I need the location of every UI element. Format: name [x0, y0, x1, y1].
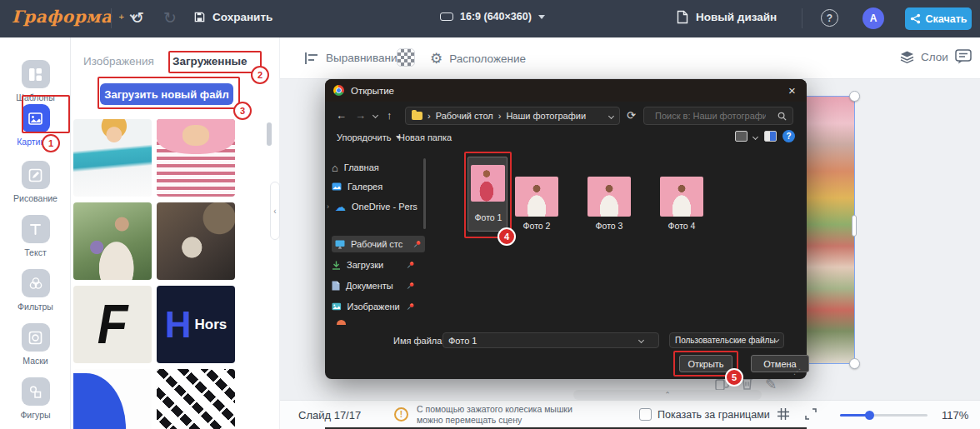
- resize-handle-right[interactable]: [852, 215, 857, 237]
- cloud-icon: ☁: [335, 201, 346, 213]
- thumbnail-boy-pink[interactable]: [157, 119, 235, 197]
- filetype-select[interactable]: Пользовательские файлы: [669, 332, 784, 348]
- annotation-step-3: 3: [233, 102, 252, 120]
- text-icon: [22, 215, 50, 243]
- new-design-label: Новый дизайн: [696, 11, 777, 23]
- annotation-box-step4: [464, 152, 512, 238]
- search-box[interactable]: [643, 107, 793, 125]
- alignment-button[interactable]: Выравнивание: [305, 52, 403, 64]
- sidebar-item-masks[interactable]: Маски: [0, 323, 71, 366]
- filename-input[interactable]: [443, 336, 639, 346]
- drawing-icon: [22, 161, 50, 189]
- nav-history-chevron[interactable]: [372, 112, 378, 118]
- hors-logo-text: Hors: [195, 317, 228, 333]
- thumbnail-woman-flowers[interactable]: [73, 202, 152, 280]
- address-dropdown-chevron[interactable]: [608, 112, 614, 118]
- desktop-icon: [335, 240, 345, 249]
- view-mode-chevron[interactable]: [752, 134, 758, 140]
- organize-label: Упорядочить: [337, 132, 391, 142]
- masks-icon: [22, 323, 50, 352]
- dialog-close-icon[interactable]: ×: [788, 83, 796, 97]
- file-item[interactable]: Фото 3: [588, 177, 631, 235]
- filename-field[interactable]: [442, 332, 659, 348]
- filename-dropdown-chevron[interactable]: [638, 337, 644, 343]
- tree-item-pictures[interactable]: Изображени 📍: [332, 298, 422, 315]
- expand-chevron-icon[interactable]: ›: [327, 202, 329, 211]
- thumbnail-hors-logo[interactable]: HHors: [157, 286, 235, 363]
- shapes-icon: [22, 377, 50, 406]
- organize-menu[interactable]: Упорядочить: [337, 132, 401, 142]
- layers-button[interactable]: Слои: [900, 51, 948, 63]
- thumbnail-blue-shape[interactable]: [73, 369, 152, 429]
- fullscreen-icon[interactable]: [805, 408, 817, 420]
- file-item[interactable]: Фото 4: [660, 177, 703, 235]
- file-name: Фото 4: [660, 221, 703, 231]
- avatar[interactable]: A: [862, 7, 884, 29]
- sidebar-item-filters[interactable]: Фильтры: [0, 269, 71, 312]
- thumbnail-family-album[interactable]: [157, 202, 235, 280]
- grid-icon[interactable]: [778, 408, 789, 420]
- arrangement-label: Расположение: [449, 52, 526, 65]
- resize-handle-bottom-right[interactable]: [849, 358, 860, 369]
- logo[interactable]: Граформа+: [12, 7, 137, 27]
- zoom-slider-thumb[interactable]: [865, 411, 874, 420]
- status-bar: Слайд 17/17 ! С помощью зажатого колесик…: [280, 400, 980, 429]
- tree-label: Галерея: [348, 182, 382, 192]
- thumbnail-woman-doctor[interactable]: [73, 119, 152, 197]
- file-item[interactable]: Фото 2: [515, 177, 558, 235]
- sidebar-item-text[interactable]: Текст: [0, 215, 71, 257]
- address-bar[interactable]: › Рабочий стол › Наши фотографии: [405, 107, 620, 125]
- resize-grip[interactable]: ⋰: [793, 367, 802, 376]
- sidebar-item-label: Рисование: [0, 193, 71, 203]
- filetype-value: Пользовательские файлы: [675, 336, 776, 345]
- preview-pane-icon[interactable]: [764, 131, 777, 142]
- thumbnail-keys-pattern[interactable]: [157, 369, 235, 429]
- show-outside-checkbox[interactable]: [639, 408, 652, 421]
- nav-up-icon[interactable]: ↑: [387, 109, 392, 122]
- arrangement-button[interactable]: ⚙ Расположение: [430, 50, 526, 67]
- tree-item-desktop[interactable]: Рабочий стс 📍: [332, 236, 425, 252]
- canvas-size-selector[interactable]: 16:9 (640×360): [440, 11, 545, 22]
- tree-item-home[interactable]: ⌂ Главная: [332, 159, 422, 176]
- view-mode-icon[interactable]: [735, 131, 748, 142]
- comments-icon[interactable]: [955, 49, 972, 64]
- save-button[interactable]: Сохранить: [193, 11, 272, 23]
- sidebar-item-shapes[interactable]: Фигуры: [0, 377, 71, 420]
- download-button[interactable]: Скачать: [905, 7, 972, 30]
- documents-icon: [332, 281, 340, 291]
- new-design-button[interactable]: Новый дизайн: [677, 10, 777, 24]
- nav-back-icon[interactable]: ←: [336, 109, 347, 122]
- new-folder-button[interactable]: Новая папка: [398, 132, 452, 142]
- dialog-help-icon[interactable]: ?: [782, 130, 795, 142]
- panel-collapse-handle[interactable]: ‹: [270, 182, 280, 240]
- tree-item-onedrive[interactable]: › ☁ OneDrive - Pers: [327, 198, 417, 215]
- help-button[interactable]: ?: [821, 9, 838, 27]
- breadcrumb-current-folder[interactable]: Наши фотографии: [506, 111, 586, 121]
- tab-images[interactable]: Изображения: [83, 55, 154, 67]
- annotation-step-5: 5: [725, 368, 743, 387]
- nav-forward-icon[interactable]: →: [355, 109, 366, 122]
- annotation-step-2: 2: [251, 66, 269, 84]
- transparency-checker-icon[interactable]: [397, 48, 415, 67]
- refresh-icon[interactable]: ⟳: [627, 109, 636, 122]
- breadcrumb-desktop[interactable]: Рабочий стол: [436, 111, 493, 121]
- filters-icon: [22, 269, 50, 297]
- tree-label: Изображени: [348, 302, 400, 312]
- resize-handle-top-right[interactable]: [849, 91, 860, 102]
- tree-item-gallery[interactable]: Галерея: [332, 178, 422, 195]
- redo-icon[interactable]: ↻: [163, 8, 177, 27]
- tree-item-documents[interactable]: Документы 📍: [332, 277, 422, 294]
- logo-text: Граформа: [12, 7, 112, 27]
- tree-item-downloads[interactable]: Загрузки 📍: [332, 257, 422, 273]
- panel-scrollbar[interactable]: [267, 122, 272, 146]
- chevron-up-icon: ⌃: [664, 391, 671, 399]
- undo-icon[interactable]: ↺: [131, 8, 144, 27]
- tree-scrollbar[interactable]: [423, 158, 426, 229]
- annotation-box-step2: [168, 51, 262, 73]
- save-icon: [193, 11, 206, 23]
- dialog-title-bar[interactable]: Открытие ×: [325, 79, 807, 102]
- canvas-horizontal-scrollbar[interactable]: ⌃: [573, 390, 762, 400]
- thumbnail-f-logo[interactable]: F: [73, 286, 152, 363]
- sidebar-item-drawing[interactable]: Рисование: [0, 161, 71, 203]
- search-input[interactable]: [650, 111, 771, 121]
